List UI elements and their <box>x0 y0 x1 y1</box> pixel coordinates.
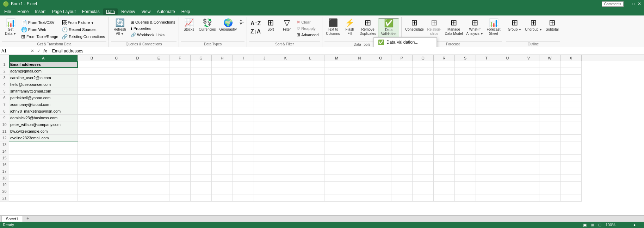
col-header-s[interactable]: S <box>455 55 476 61</box>
cell-X8[interactable] <box>561 108 582 115</box>
cell-T1[interactable] <box>476 61 497 68</box>
cell-X13[interactable] <box>561 141 582 148</box>
cell-Q2[interactable] <box>413 68 434 75</box>
cell-E17[interactable] <box>148 168 169 175</box>
cell-N13[interactable] <box>349 141 370 148</box>
filter-button[interactable]: ▽ Filter <box>279 18 295 32</box>
cell-S21[interactable] <box>455 195 476 202</box>
cell-S6[interactable] <box>455 95 476 101</box>
cell-G4[interactable] <box>191 81 212 88</box>
cell-K1[interactable] <box>275 61 296 68</box>
cell-C21[interactable] <box>106 195 127 202</box>
cell-E12[interactable] <box>148 135 169 141</box>
cell-H4[interactable] <box>212 81 233 88</box>
cell-A9[interactable]: dominick23@business.com <box>9 115 78 121</box>
cell-C17[interactable] <box>106 168 127 175</box>
cell-X16[interactable] <box>561 162 582 168</box>
cell-W7[interactable] <box>539 101 561 108</box>
cell-X7[interactable] <box>561 101 582 108</box>
menu-item-automate[interactable]: Automate <box>154 8 178 15</box>
cell-L13[interactable] <box>296 141 324 148</box>
cell-N16[interactable] <box>349 162 370 168</box>
get-data-button[interactable]: 📊 GetData ▼ <box>2 18 19 37</box>
cell-F15[interactable] <box>169 155 191 162</box>
cell-H5[interactable] <box>212 88 233 95</box>
cell-B18[interactable] <box>78 175 106 182</box>
col-header-x[interactable]: X <box>561 55 582 61</box>
cell-J2[interactable] <box>254 68 275 75</box>
cell-J21[interactable] <box>254 195 275 202</box>
col-header-j[interactable]: J <box>254 55 275 61</box>
cell-R4[interactable] <box>434 81 455 88</box>
cell-P21[interactable] <box>391 195 413 202</box>
cell-R17[interactable] <box>434 168 455 175</box>
cell-F12[interactable] <box>169 135 191 141</box>
cell-H8[interactable] <box>212 108 233 115</box>
text-to-columns-button[interactable]: ⬛ Text toColumns <box>324 18 341 37</box>
cell-Q21[interactable] <box>413 195 434 202</box>
cell-S15[interactable] <box>455 155 476 162</box>
cell-A18[interactable] <box>9 175 78 182</box>
cell-C15[interactable] <box>106 155 127 162</box>
cell-R19[interactable] <box>434 182 455 188</box>
sort-az-button[interactable]: A↑Z <box>249 20 262 27</box>
col-header-r[interactable]: R <box>434 55 455 61</box>
cell-L7[interactable] <box>296 101 324 108</box>
menu-item-data[interactable]: Data <box>103 8 118 15</box>
cell-S10[interactable] <box>455 121 476 128</box>
cell-A4[interactable]: hello@usebouncer.com <box>9 81 78 88</box>
cell-H2[interactable] <box>212 68 233 75</box>
stocks-button[interactable]: 📈 Stocks <box>181 18 197 32</box>
cell-E2[interactable] <box>148 68 169 75</box>
cell-J17[interactable] <box>254 168 275 175</box>
cell-K11[interactable] <box>275 128 296 135</box>
cell-V10[interactable] <box>518 121 539 128</box>
cell-O5[interactable] <box>370 88 391 95</box>
cell-R18[interactable] <box>434 175 455 182</box>
cell-Q14[interactable] <box>413 148 434 155</box>
row-number-8[interactable]: 8 <box>0 108 9 115</box>
cell-C18[interactable] <box>106 175 127 182</box>
cell-N4[interactable] <box>349 81 370 88</box>
cell-O16[interactable] <box>370 162 391 168</box>
cell-X21[interactable] <box>561 195 582 202</box>
existing-connections-button[interactable]: 🔗 Existing Connections <box>60 33 106 40</box>
col-header-m[interactable]: M <box>324 55 349 61</box>
cell-M13[interactable] <box>324 141 349 148</box>
cell-F2[interactable] <box>169 68 191 75</box>
cell-Q11[interactable] <box>413 128 434 135</box>
cell-L20[interactable] <box>296 188 324 195</box>
cell-A10[interactable]: peter_willson@company.com <box>9 121 78 128</box>
cell-H15[interactable] <box>212 155 233 162</box>
cell-P20[interactable] <box>391 188 413 195</box>
cell-C9[interactable] <box>106 115 127 121</box>
cell-O9[interactable] <box>370 115 391 121</box>
cell-F4[interactable] <box>169 81 191 88</box>
cell-J6[interactable] <box>254 95 275 101</box>
cell-J7[interactable] <box>254 101 275 108</box>
cell-G18[interactable] <box>191 175 212 182</box>
cell-I10[interactable] <box>233 121 254 128</box>
cell-K20[interactable] <box>275 188 296 195</box>
cell-A16[interactable] <box>9 162 78 168</box>
cell-L9[interactable] <box>296 115 324 121</box>
cell-P19[interactable] <box>391 182 413 188</box>
cell-V3[interactable] <box>518 75 539 81</box>
cell-J10[interactable] <box>254 121 275 128</box>
cell-I9[interactable] <box>233 115 254 121</box>
cell-O12[interactable] <box>370 135 391 141</box>
cell-M8[interactable] <box>324 108 349 115</box>
cell-M6[interactable] <box>324 95 349 101</box>
close-button[interactable]: ✕ <box>638 1 641 6</box>
cell-E5[interactable] <box>148 88 169 95</box>
cell-P17[interactable] <box>391 168 413 175</box>
manage-data-model-button[interactable]: ⊞ ManageData Model <box>443 18 464 37</box>
cell-D21[interactable] <box>127 195 148 202</box>
cell-L11[interactable] <box>296 128 324 135</box>
cell-F8[interactable] <box>169 108 191 115</box>
cell-T20[interactable] <box>476 188 497 195</box>
cell-L15[interactable] <box>296 155 324 162</box>
cell-M11[interactable] <box>324 128 349 135</box>
cell-W8[interactable] <box>539 108 561 115</box>
cell-L12[interactable] <box>296 135 324 141</box>
